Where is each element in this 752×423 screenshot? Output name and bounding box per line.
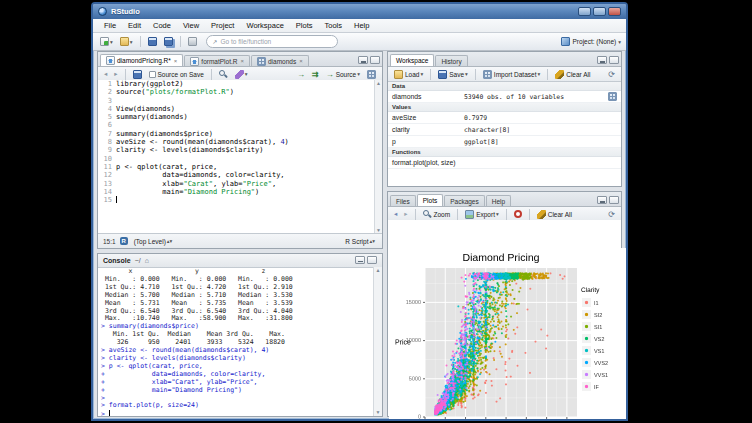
nav-back-button[interactable]: ◂ bbox=[102, 69, 109, 79]
toolbar-separator bbox=[529, 209, 530, 220]
close-tab-icon[interactable]: × bbox=[299, 58, 303, 64]
nav-forward-button[interactable]: ▸ bbox=[112, 69, 119, 79]
view-data-icon[interactable] bbox=[608, 92, 617, 101]
project-menu[interactable]: Project: (None) ▾ bbox=[561, 37, 621, 46]
remove-plot-icon bbox=[514, 210, 522, 218]
menu-file[interactable]: File bbox=[99, 20, 121, 31]
object-value: 0.7979 bbox=[464, 114, 617, 122]
line-number: 13 bbox=[98, 180, 116, 188]
new-file-button[interactable]: ▾ bbox=[98, 36, 115, 47]
scroll-up-icon[interactable]: ▲ bbox=[375, 80, 382, 87]
console-output[interactable]: x y z Min. : 0.000 Min. : 0.000 Min. : 0… bbox=[98, 267, 374, 416]
run-line-button[interactable]: → bbox=[295, 69, 307, 80]
object-name: p bbox=[392, 138, 464, 145]
tab-workspace[interactable]: Workspace bbox=[390, 54, 434, 66]
workspace-object-row[interactable]: aveSize0.7979 bbox=[388, 112, 621, 124]
maximize-pane-button[interactable] bbox=[609, 196, 619, 204]
code-line: 4View(diamonds) bbox=[98, 105, 382, 113]
scroll-down-icon[interactable]: ▼ bbox=[374, 409, 382, 416]
export-plot-button[interactable]: Export▾ bbox=[463, 209, 501, 220]
goto-file-input[interactable]: ↗ Go to file/function bbox=[206, 35, 338, 48]
import-dataset-button[interactable]: Import Dataset▾ bbox=[481, 69, 542, 80]
menu-workspace[interactable]: Workspace bbox=[241, 20, 288, 31]
remove-plot-button[interactable] bbox=[512, 209, 524, 219]
tab-files[interactable]: Files bbox=[390, 195, 416, 206]
menu-project[interactable]: Project bbox=[206, 20, 239, 31]
open-file-button[interactable]: ▾ bbox=[118, 36, 135, 47]
code-line: 13 xlab="Carat", ylab="Price", bbox=[98, 180, 382, 188]
code-line: 11p <- qplot(carat, price, bbox=[98, 163, 382, 171]
code-line: 6 bbox=[98, 121, 382, 129]
tab-label: diamondPricing.R* bbox=[117, 57, 171, 64]
print-button[interactable] bbox=[186, 36, 199, 47]
load-workspace-button[interactable]: Load▾ bbox=[392, 69, 425, 80]
minimize-pane-button[interactable] bbox=[597, 196, 607, 204]
chevron-down-icon: ▾ bbox=[496, 211, 499, 217]
editor-save-button[interactable] bbox=[131, 69, 144, 80]
window-titlebar[interactable]: RStudio bbox=[93, 4, 626, 19]
tab-help[interactable]: Help bbox=[486, 195, 511, 206]
source-on-save-checkbox[interactable]: Source on Save bbox=[147, 70, 206, 79]
menu-view[interactable]: View bbox=[178, 20, 204, 31]
minimize-pane-button[interactable] bbox=[358, 56, 368, 64]
toolbar-separator bbox=[211, 69, 212, 80]
code-line: 10 bbox=[98, 155, 382, 163]
code-token: "Price" bbox=[242, 180, 272, 188]
tab-formatplotr[interactable]: formatPlot.R× bbox=[184, 55, 250, 66]
window-minimize-button[interactable] bbox=[578, 7, 591, 16]
maximize-pane-button[interactable] bbox=[370, 56, 380, 64]
editor-scrollbar[interactable]: ▲▼ bbox=[374, 80, 382, 234]
minimize-pane-button[interactable] bbox=[597, 56, 607, 64]
menu-tools[interactable]: Tools bbox=[320, 20, 348, 31]
workspace-object-row[interactable]: pggplot[8] bbox=[388, 136, 621, 148]
save-workspace-button[interactable]: Save▾ bbox=[436, 69, 470, 80]
menu-code[interactable]: Code bbox=[148, 20, 176, 31]
console-scrollbar[interactable]: ▲▼ bbox=[373, 267, 382, 416]
save-button[interactable] bbox=[146, 36, 159, 47]
rerun-button[interactable]: ⇉ bbox=[310, 69, 321, 80]
workspace-object-row[interactable]: diamonds53940 obs. of 10 variables bbox=[388, 91, 621, 103]
menu-edit[interactable]: Edit bbox=[123, 20, 146, 31]
minimize-pane-button[interactable] bbox=[355, 256, 365, 264]
scope-selector[interactable]: (Top Level)▴▾ bbox=[132, 237, 175, 246]
previous-plot-button[interactable]: ◂ bbox=[392, 209, 399, 219]
scroll-up-icon[interactable]: ▲ bbox=[374, 267, 382, 274]
find-button[interactable] bbox=[217, 69, 230, 80]
close-tab-icon[interactable]: × bbox=[240, 58, 244, 64]
menu-plots[interactable]: Plots bbox=[291, 20, 318, 31]
code-token: aveSize <- round(mean(diamonds$carat), bbox=[116, 138, 280, 146]
refresh-button[interactable]: ⟳ bbox=[606, 69, 617, 80]
tab-packages[interactable]: Packages bbox=[444, 195, 485, 206]
window-maximize-button[interactable] bbox=[593, 7, 606, 16]
diamond-pricing-plot bbox=[389, 248, 627, 421]
clear-plots-button[interactable]: Clear All bbox=[535, 209, 574, 220]
code-line: 1library(ggplot2) bbox=[98, 80, 382, 88]
save-label: Save bbox=[449, 71, 464, 78]
tab-history[interactable]: History bbox=[435, 55, 467, 66]
zoom-plot-button[interactable]: Zoom bbox=[421, 209, 453, 220]
save-all-button[interactable] bbox=[162, 36, 175, 47]
code-editor[interactable]: 1library(ggplot2)2source("plots/formatPl… bbox=[98, 80, 382, 234]
doc-type-selector[interactable]: R Script▴▾ bbox=[343, 237, 377, 246]
close-tab-icon[interactable]: × bbox=[174, 58, 178, 64]
maximize-pane-button[interactable] bbox=[367, 256, 377, 264]
tab-plots[interactable]: Plots bbox=[417, 194, 443, 206]
r-icon: R bbox=[120, 237, 128, 245]
tab-diamondpricingr[interactable]: diamondPricing.R*× bbox=[100, 54, 183, 66]
clear-all-button[interactable]: Clear All bbox=[553, 69, 592, 80]
menu-help[interactable]: Help bbox=[349, 20, 374, 31]
window-close-button[interactable] bbox=[608, 7, 621, 16]
workspace-object-row[interactable]: claritycharacter[8] bbox=[388, 124, 621, 136]
next-plot-button[interactable]: ▸ bbox=[402, 209, 409, 219]
tab-diamonds[interactable]: diamonds× bbox=[251, 55, 309, 66]
refresh-plot-button[interactable]: ⟳ bbox=[606, 209, 617, 220]
code-tools-button[interactable]: ▾ bbox=[233, 69, 250, 80]
source-button[interactable]: →Source▾ bbox=[324, 69, 362, 80]
console-header[interactable]: Console ~/ ⌂ bbox=[98, 254, 382, 268]
code-token: "Diamond Pricing" bbox=[183, 188, 255, 196]
maximize-pane-button[interactable] bbox=[609, 56, 619, 64]
code-token: , bbox=[272, 180, 276, 188]
show-in-new-window-button[interactable] bbox=[365, 69, 378, 80]
workspace-object-row[interactable]: format.plot(plot, size) bbox=[388, 157, 621, 169]
refresh-icon: ⟳ bbox=[608, 210, 615, 219]
